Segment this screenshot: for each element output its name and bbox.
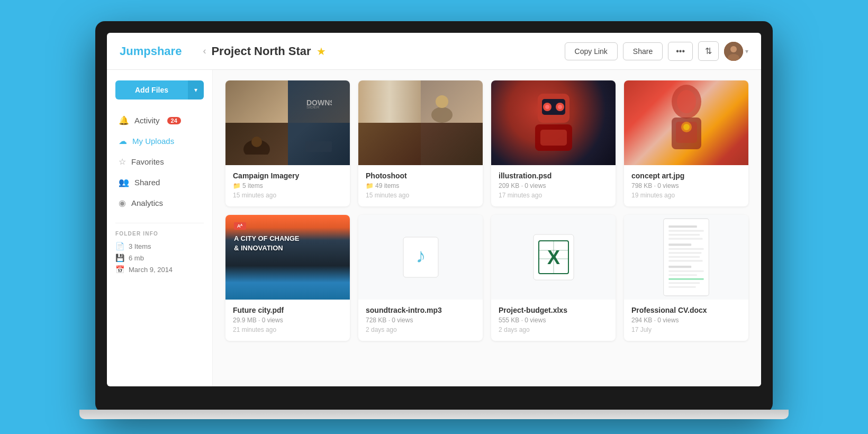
campaign-meta: 📁5 items [233, 182, 342, 189]
bell-icon: 🔔 [119, 115, 129, 125]
add-files-button[interactable]: Add Files [115, 80, 188, 100]
project-budget-file-info: Project-budget.xlxs 555 KB · 0 views 2 d… [491, 300, 616, 341]
svg-point-14 [545, 105, 549, 109]
concept-art-file-info: concept art.jpg 798 KB · 0 views 19 minu… [624, 165, 748, 206]
back-button[interactable]: ‹ [203, 46, 206, 57]
svg-rect-38 [668, 248, 703, 250]
sidebar-label-favorites: Favorites [131, 157, 164, 166]
professional-cv-file-info: Professional CV.docx 294 KB · 0 views 17… [624, 300, 748, 341]
star-icon[interactable]: ★ [317, 45, 326, 58]
svg-rect-34 [668, 230, 703, 232]
soundtrack-thumbnail: ♪ [358, 215, 483, 300]
sidebar-item-my-uploads[interactable]: ☁ My Uploads [115, 132, 204, 150]
share-button[interactable]: Share [623, 42, 663, 60]
sidebar-item-favorites[interactable]: ☆ Favorites [115, 152, 204, 171]
campaign-time: 15 minutes ago [233, 192, 342, 199]
shared-icon: 👥 [119, 177, 129, 187]
photoshoot-meta: 📁49 items [366, 182, 475, 189]
campaign-name: Campaign Imagery [233, 171, 342, 180]
svg-point-1 [730, 46, 737, 52]
header-actions: Copy Link Share ••• ⇅ ▾ [565, 41, 748, 61]
file-card-campaign-imagery[interactable]: DOWNS SIDER [225, 80, 350, 206]
soundtrack-name: soundtrack-intro.mp3 [366, 306, 475, 314]
svg-rect-47 [668, 286, 695, 288]
folder-info-items: 📄 3 Items [115, 242, 204, 250]
laptop-frame: Jumpshare ‹ Project North Star ★ Copy Li… [95, 21, 773, 413]
file-card-soundtrack[interactable]: ♪ soundtrack-intro.mp3 728 KB · 0 views … [358, 215, 483, 341]
svg-rect-44 [668, 274, 697, 276]
pdf-overlay-text: A CITY OF CHANGE& INNOVATION [234, 234, 300, 253]
campaign-file-info: Campaign Imagery 📁5 items 15 minutes ago [225, 165, 350, 206]
photoshoot-file-info: Photoshoot 📁49 items 15 minutes ago [358, 165, 483, 206]
files-grid: DOWNS SIDER [225, 80, 748, 341]
file-card-project-budget[interactable]: X Project-budget.xlxs 555 KB · 0 views 2… [491, 215, 616, 341]
project-budget-time: 2 days ago [499, 326, 608, 333]
future-city-time: 21 minutes ago [233, 326, 342, 333]
sidebar-label-analytics: Analytics [131, 198, 163, 207]
photo-thumb-4 [421, 123, 483, 165]
sidebar-label-activity: Activity [134, 116, 160, 125]
file-card-illustration[interactable]: illustration.psd 209 KB · 0 views 17 min… [491, 80, 616, 206]
analytics-icon: ◉ [119, 198, 126, 208]
svg-rect-40 [668, 256, 700, 258]
camp-thumb-2: DOWNS SIDER [288, 80, 350, 123]
app-window: Jumpshare ‹ Project North Star ★ Copy Li… [107, 33, 761, 386]
sort-button[interactable]: ⇅ [698, 41, 719, 61]
camp-thumb-4 [288, 123, 350, 165]
soundtrack-meta: 728 KB · 0 views [366, 317, 475, 324]
photoshoot-time: 15 minutes ago [366, 192, 475, 199]
folder-info-section: FOLDER INFO 📄 3 Items 💾 6 mb 📅 March 9, … [115, 223, 204, 277]
professional-cv-meta: 294 KB · 0 views [631, 317, 741, 324]
project-budget-meta: 555 KB · 0 views [499, 317, 608, 324]
file-card-photoshoot[interactable]: Photoshoot 📁49 items 15 minutes ago [358, 80, 483, 206]
folder-info-date: 📅 March 9, 2014 [115, 265, 204, 274]
future-city-file-info: Future city.pdf 29.9 MB · 0 views 21 min… [225, 300, 350, 341]
svg-rect-35 [668, 234, 700, 236]
sidebar-label-my-uploads: My Uploads [132, 137, 174, 146]
project-budget-thumbnail: X [491, 215, 616, 300]
sidebar-item-analytics[interactable]: ◉ Analytics [115, 194, 204, 212]
future-city-meta: 29.9 MB · 0 views [233, 317, 342, 324]
pdf-tag: Aᴬ [234, 222, 246, 230]
svg-text:SIDER: SIDER [306, 105, 320, 110]
folder-info-title: FOLDER INFO [115, 231, 204, 237]
content-area: DOWNS SIDER [213, 70, 761, 386]
star-nav-icon: ☆ [119, 157, 126, 167]
svg-rect-43 [668, 270, 703, 272]
folder-icon-2: 📁 [366, 182, 374, 189]
header-title-area: ‹ Project North Star ★ [203, 44, 564, 58]
folder-icon: 📁 [233, 182, 241, 189]
file-card-professional-cv[interactable]: Professional CV.docx 294 KB · 0 views 17… [624, 215, 748, 341]
photo-thumb-3 [358, 123, 421, 165]
svg-point-9 [436, 95, 448, 108]
avatar [724, 42, 743, 61]
concept-art-time: 19 minutes ago [631, 192, 741, 199]
file-card-future-city[interactable]: Aᴬ A CITY OF CHANGE& INNOVATION Future c… [225, 215, 350, 341]
items-icon: 📄 [115, 242, 124, 250]
copy-link-button[interactable]: Copy Link [565, 42, 618, 60]
campaign-thumbnail: DOWNS SIDER [225, 80, 350, 165]
avatar-dropdown-icon: ▾ [745, 48, 748, 55]
svg-rect-42 [668, 266, 691, 268]
file-card-concept-art[interactable]: concept art.jpg 798 KB · 0 views 19 minu… [624, 80, 748, 206]
svg-point-19 [677, 90, 696, 113]
cloud-icon: ☁ [119, 136, 127, 146]
sidebar-label-shared: Shared [134, 178, 160, 187]
svg-point-23 [683, 124, 690, 130]
more-options-button[interactable]: ••• [668, 42, 693, 61]
svg-text:♪: ♪ [415, 245, 426, 267]
illustration-file-info: illustration.psd 209 KB · 0 views 17 min… [491, 165, 616, 206]
svg-rect-17 [540, 130, 567, 146]
svg-point-6 [251, 137, 262, 147]
folder-size: 6 mb [129, 254, 144, 262]
folder-date: March 9, 2014 [129, 266, 173, 274]
photoshoot-name: Photoshoot [366, 171, 475, 180]
date-icon: 📅 [115, 265, 124, 274]
sidebar-item-shared[interactable]: 👥 Shared [115, 173, 204, 192]
concept-art-name: concept art.jpg [631, 171, 741, 180]
user-avatar-button[interactable]: ▾ [724, 42, 748, 61]
photo-thumb-2 [421, 80, 483, 123]
sidebar-item-activity[interactable]: 🔔 Activity 24 [115, 111, 204, 130]
professional-cv-thumbnail [624, 215, 748, 300]
add-files-dropdown-button[interactable]: ▾ [188, 80, 204, 100]
